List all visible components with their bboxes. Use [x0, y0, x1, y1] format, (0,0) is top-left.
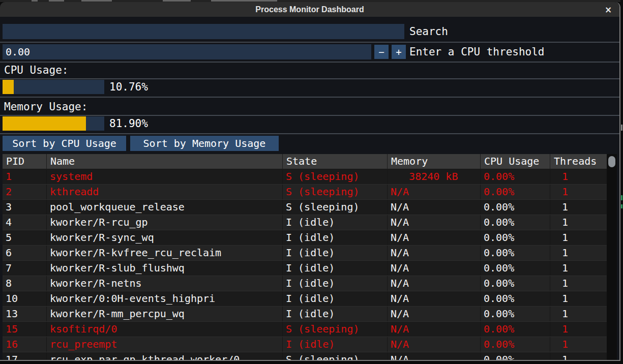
table-row[interactable]: 15 ksoftirqd/0 S (sleeping) N/A 0.00% 1 [3, 322, 607, 337]
separator [0, 42, 619, 43]
cell-name: systemd [47, 169, 283, 184]
spin-decrement-button[interactable]: − [374, 45, 389, 59]
cell-memory: N/A [388, 246, 481, 260]
cell-memory: N/A [388, 276, 481, 291]
cell-cpu: 0.00% [481, 261, 550, 276]
cell-state: I (idle) [283, 215, 388, 230]
cell-threads: 1 [550, 337, 607, 352]
cell-threads: 1 [550, 169, 607, 184]
cell-name: kworker/R-netns [47, 276, 283, 291]
cell-memory: N/A [388, 337, 481, 352]
memory-percent-text: 81.90% [109, 116, 148, 131]
cell-cpu: 0.00% [481, 307, 550, 321]
cell-name: kworker/R-mm_percpu_wq [47, 307, 283, 321]
cell-pid: 7 [3, 261, 47, 276]
cell-state: S (sleeping) [283, 169, 388, 184]
cell-memory: N/A [388, 185, 481, 199]
cell-memory: N/A [388, 352, 481, 360]
column-header-name[interactable]: Name [47, 154, 283, 169]
cell-threads: 1 [550, 352, 607, 360]
cell-pid: 15 [3, 322, 47, 337]
cell-cpu: 0.00% [481, 337, 550, 352]
cell-cpu: 0.00% [481, 291, 550, 306]
cell-cpu: 0.00% [481, 352, 550, 360]
spin-increment-button[interactable]: + [392, 45, 406, 59]
cell-pid: 3 [3, 200, 47, 215]
cell-cpu: 0.00% [481, 276, 550, 291]
cell-threads: 1 [550, 185, 607, 199]
table-scrollbar-thumb[interactable] [608, 156, 615, 167]
column-header-state[interactable]: State [283, 154, 388, 169]
cell-pid: 16 [3, 337, 47, 352]
cell-threads: 1 [550, 322, 607, 337]
cell-state: S (sleeping) [283, 352, 388, 360]
background-artifact [163, 0, 191, 2]
table-row[interactable]: 8 kworker/R-netns I (idle) N/A 0.00% 1 [3, 276, 607, 291]
cell-state: S (sleeping) [283, 200, 388, 215]
sort-by-memory-button[interactable]: Sort by Memory Usage [130, 136, 279, 151]
table-row[interactable]: 10 kworker/0:0H-events_highpri I (idle) … [3, 291, 607, 307]
separator [0, 97, 619, 98]
cell-pid: 8 [3, 276, 47, 291]
cell-cpu: 0.00% [481, 169, 550, 184]
memory-progressbar [3, 116, 104, 131]
cell-pid: 5 [3, 230, 47, 245]
column-header-threads[interactable]: Threads [550, 154, 607, 169]
cell-state: I (idle) [283, 291, 388, 306]
cell-name: kworker/R-slub_flushwq [47, 261, 283, 276]
table-row[interactable]: 13 kworker/R-mm_percpu_wq I (idle) N/A 0… [3, 307, 607, 322]
close-icon[interactable]: × [602, 2, 614, 17]
cell-name: kthreadd [47, 185, 283, 199]
cell-pid: 6 [3, 246, 47, 260]
titlebar[interactable]: Process Monitor Dashboard × [0, 2, 619, 17]
search-input[interactable] [3, 24, 404, 39]
table-row[interactable]: 4 kworker/R-rcu_gp I (idle) N/A 0.00% 1 [3, 215, 607, 230]
cell-memory: N/A [388, 307, 481, 321]
cell-state: S (sleeping) [283, 185, 388, 199]
cpu-progressbar [3, 80, 104, 94]
cell-name: kworker/R-sync_wq [47, 230, 283, 245]
background-artifact [32, 0, 38, 2]
table-row[interactable]: 7 kworker/R-slub_flushwq I (idle) N/A 0.… [3, 261, 607, 276]
cell-cpu: 0.00% [481, 322, 550, 337]
table-row[interactable]: 17 rcu_exp_par_gp_kthread_worker/0 S (sl… [3, 352, 607, 360]
cell-name: rcu_exp_par_gp_kthread_worker/0 [47, 352, 283, 360]
table-body: 1 systemd S (sleeping) 38240 kB 0.00% 1 … [3, 169, 607, 360]
cell-pid: 17 [3, 352, 47, 360]
cell-memory: N/A [388, 230, 481, 245]
table-row[interactable]: 6 kworker/R-kvfree_rcu_reclaim I (idle) … [3, 246, 607, 261]
background-artifact [49, 0, 64, 2]
cell-name: ksoftirqd/0 [47, 322, 283, 337]
column-header-cpu[interactable]: CPU Usage [481, 154, 550, 169]
cell-memory: N/A [388, 215, 481, 230]
search-label: Search [409, 24, 448, 39]
cell-name: kworker/R-kvfree_rcu_reclaim [47, 246, 283, 260]
cell-name: pool_workqueue_release [47, 200, 283, 215]
cell-pid: 13 [3, 307, 47, 321]
cell-cpu: 0.00% [481, 246, 550, 260]
table-row[interactable]: 3 pool_workqueue_release S (sleeping) N/… [3, 200, 607, 215]
separator [0, 133, 619, 134]
cell-pid: 2 [3, 185, 47, 199]
cell-cpu: 0.00% [481, 215, 550, 230]
column-header-memory[interactable]: Memory [388, 154, 481, 169]
cell-threads: 1 [550, 307, 607, 321]
cell-state: I (idle) [283, 276, 388, 291]
table-scrollbar[interactable] [607, 154, 617, 360]
cell-cpu: 0.00% [481, 230, 550, 245]
app-window: Process Monitor Dashboard × Search 0.00 … [0, 2, 620, 361]
column-header-pid[interactable]: PID [3, 154, 47, 169]
background-artifact [211, 0, 277, 2]
sort-by-cpu-button[interactable]: Sort by CPU Usage [3, 136, 126, 151]
separator [0, 115, 619, 116]
table-row[interactable]: 5 kworker/R-sync_wq I (idle) N/A 0.00% 1 [3, 230, 607, 246]
cell-memory: 38240 kB [388, 169, 481, 184]
table-row[interactable]: 1 systemd S (sleeping) 38240 kB 0.00% 1 [3, 169, 607, 185]
cell-state: I (idle) [283, 337, 388, 352]
table-row[interactable]: 2 kthreadd S (sleeping) N/A 0.00% 1 [3, 185, 607, 200]
table-row[interactable]: 16 rcu_preempt I (idle) N/A 0.00% 1 [3, 337, 607, 352]
cell-state: I (idle) [283, 230, 388, 245]
cpu-threshold-input[interactable]: 0.00 [3, 44, 371, 59]
memory-progressbar-fill [3, 116, 86, 131]
background-artifact [621, 195, 622, 200]
